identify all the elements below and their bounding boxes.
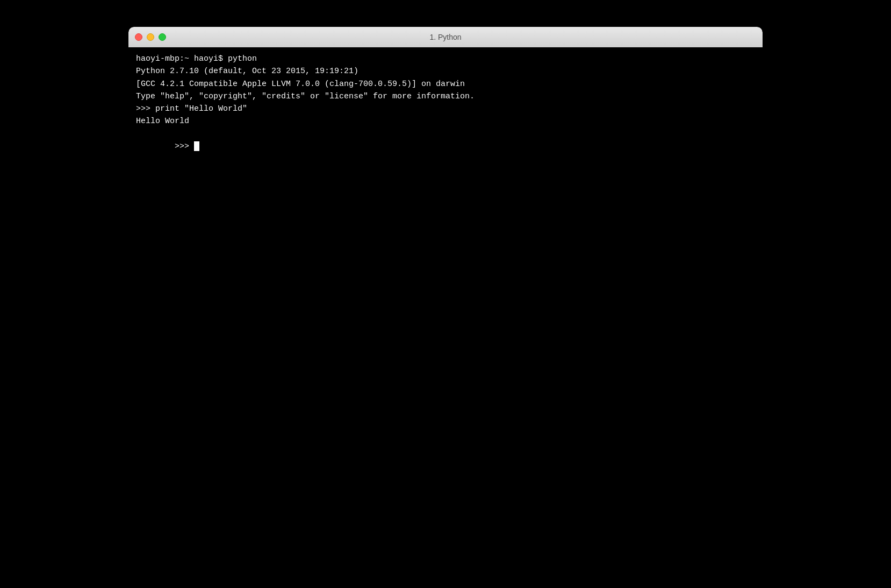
cursor	[194, 141, 199, 151]
window-controls	[135, 33, 166, 41]
terminal-prompt-line[interactable]: >>>	[136, 128, 755, 166]
terminal-line-2: Python 2.7.10 (default, Oct 23 2015, 19:…	[136, 65, 755, 77]
desktop: 1. Python haoyi-mbp:~ haoyi$ python Pyth…	[0, 0, 891, 588]
close-button[interactable]	[135, 33, 142, 41]
minimize-button[interactable]	[147, 33, 154, 41]
prompt-text: >>>	[175, 142, 194, 151]
terminal-line-1: haoyi-mbp:~ haoyi$ python	[136, 53, 755, 65]
title-bar: 1. Python	[128, 27, 763, 47]
terminal-line-4: Type "help", "copyright", "credits" or "…	[136, 90, 755, 103]
maximize-button[interactable]	[159, 33, 166, 41]
window-title: 1. Python	[429, 33, 461, 41]
terminal-body[interactable]: haoyi-mbp:~ haoyi$ python Python 2.7.10 …	[128, 47, 763, 446]
terminal-window: 1. Python haoyi-mbp:~ haoyi$ python Pyth…	[128, 27, 763, 446]
terminal-line-5: >>> print "Hello World"	[136, 103, 755, 115]
terminal-line-3: [GCC 4.2.1 Compatible Apple LLVM 7.0.0 (…	[136, 78, 755, 90]
terminal-line-6: Hello World	[136, 115, 755, 127]
